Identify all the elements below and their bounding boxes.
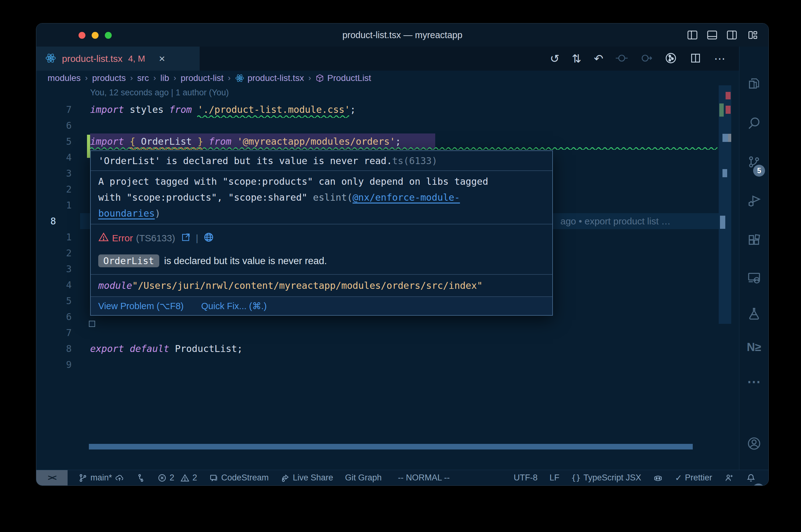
copilot-status-icon[interactable]: [653, 473, 663, 483]
warning-triangle-icon: [98, 232, 109, 245]
activity-nx-console-icon[interactable]: N≥: [739, 341, 768, 354]
horizontal-scrollbar[interactable]: [89, 444, 693, 450]
code-token: from: [209, 136, 231, 147]
code-token: [124, 136, 129, 147]
breadcrumb-item-lib[interactable]: lib: [161, 73, 169, 83]
line-number: 7: [36, 325, 72, 341]
line-number: 7: [36, 101, 72, 117]
code-token: {: [129, 136, 135, 147]
breadcrumb-label: product-list: [181, 73, 223, 83]
tab-product-list[interactable]: product-list.tsx 4, M ×: [36, 46, 200, 71]
live-share-label: Live Share: [293, 473, 333, 482]
breadcrumb-label: lib: [161, 73, 169, 83]
split-editor-icon[interactable]: [690, 52, 702, 65]
remote-indicator[interactable]: ><: [36, 470, 68, 486]
breadcrumb-item-product-list-tsx[interactable]: product-list.tsx: [235, 73, 304, 83]
ruler-thumb[interactable]: [723, 134, 728, 142]
code-token: [124, 343, 129, 354]
code-line[interactable]: export default ProductList;: [90, 341, 243, 357]
activity-explorer-icon[interactable]: [739, 77, 768, 90]
ruler-error-mark: [726, 106, 731, 114]
globe-icon[interactable]: [203, 232, 214, 245]
breadcrumb-item-modules[interactable]: modules: [48, 73, 81, 83]
code-token: [203, 136, 209, 147]
toggle-panel-icon[interactable]: [706, 29, 718, 41]
status-bar: >< main* 2 2 CodeStream Live: [36, 470, 768, 486]
breadcrumb-item-productlist[interactable]: ProductList: [315, 73, 371, 83]
activity-remote-explorer-icon[interactable]: [739, 270, 768, 285]
feedback-icon[interactable]: [724, 473, 734, 483]
language-status-item[interactable]: {} TypeScript JSX: [571, 473, 641, 482]
cloud-upload-icon: [115, 473, 124, 482]
ruler-thumb-gray: [728, 134, 731, 142]
vim-mode-indicator: -- NORMAL --: [398, 473, 450, 482]
code-token: OrderList: [135, 136, 198, 147]
titlebar: product-list.tsx — myreactapp: [36, 23, 768, 46]
notifications-bell-icon[interactable]: [746, 473, 756, 483]
line-number: 3: [36, 261, 72, 277]
overview-ruler[interactable]: [719, 86, 731, 324]
line-number: 1: [36, 229, 72, 245]
previous-change-icon[interactable]: [616, 52, 627, 65]
line-number: 3: [36, 165, 72, 181]
accounts-icon[interactable]: [739, 436, 768, 451]
live-share-status-item[interactable]: Live Share: [281, 473, 333, 482]
more-actions-icon[interactable]: ⋯: [714, 53, 725, 64]
line-number: 6: [36, 117, 72, 133]
open-docs-external-icon[interactable]: [181, 232, 191, 244]
chip-message: is declared but its value is never read.: [164, 255, 327, 267]
tab-problems-modified-badge: 4, M: [128, 54, 145, 64]
next-change-icon[interactable]: [640, 52, 652, 65]
popup-resize-grip[interactable]: [89, 321, 95, 327]
problems-status-item[interactable]: 2 2: [158, 473, 197, 482]
breadcrumb-label: products: [92, 73, 126, 83]
code-token[interactable]: boundaries: [98, 208, 155, 219]
toggle-primary-sidebar-icon[interactable]: [687, 29, 698, 41]
eol-status-item[interactable]: LF: [549, 473, 560, 482]
code-token: styles: [124, 104, 169, 115]
commit-graph-status-item[interactable]: [136, 473, 145, 482]
chevron-right-icon: ›: [174, 73, 177, 83]
activity-extensions-icon[interactable]: [739, 233, 768, 247]
toggle-secondary-sidebar-icon[interactable]: [726, 29, 738, 41]
code-token[interactable]: @nx/enforce-module-: [353, 192, 460, 203]
code-token: ;: [395, 136, 401, 147]
breadcrumb-item-src[interactable]: src: [138, 73, 149, 83]
discard-changes-icon[interactable]: ↶: [594, 53, 603, 64]
vscode-window: product-list.tsx — myreactapp: [36, 23, 769, 486]
line-number: 8: [36, 341, 72, 357]
line-number: 2: [36, 245, 72, 261]
code-token: default: [129, 343, 169, 354]
breadcrumb-item-product-list[interactable]: product-list: [181, 73, 223, 83]
code-token: eslint(: [313, 192, 352, 203]
editor[interactable]: You, 12 seconds ago | 1 author (You) 765…: [36, 86, 739, 470]
close-tab-icon[interactable]: ×: [159, 53, 165, 65]
gitlens-authors-codelens[interactable]: You, 12 seconds ago | 1 author (You): [90, 88, 229, 97]
activity-more-icon[interactable]: ⋯: [739, 374, 768, 390]
tab-bar: product-list.tsx 4, M × ↺ ⇅ ↶: [36, 46, 739, 71]
line-number: 4: [36, 149, 72, 165]
activity-testing-icon[interactable]: [739, 306, 768, 321]
compare-icon[interactable]: ⇅: [572, 53, 581, 64]
hover-module-path: module "/Users/juri/nrwl/content/myreact…: [91, 275, 552, 297]
tab-label: product-list.tsx: [62, 54, 122, 64]
customize-layout-icon[interactable]: [747, 29, 759, 41]
error-label: Error: [112, 233, 133, 244]
encoding-status-item[interactable]: UTF-8: [514, 473, 538, 482]
codestream-status-item[interactable]: CodeStream: [209, 473, 269, 482]
git-graph-view-icon[interactable]: [665, 52, 677, 65]
branch-status-item[interactable]: main*: [78, 473, 124, 482]
quick-fix-link[interactable]: Quick Fix... (⌘.): [201, 301, 267, 311]
breadcrumb-item-products[interactable]: products: [92, 73, 126, 83]
file-history-icon[interactable]: ↺: [550, 53, 560, 64]
ruler-cursor-mark: [720, 216, 725, 229]
code-token: 'OrderList' is declared but its value is…: [98, 155, 392, 166]
window-title: product-list.tsx — myreactapp: [36, 23, 768, 46]
line-number: 6: [36, 309, 72, 325]
git-graph-status-item[interactable]: Git Graph: [345, 473, 382, 482]
prettier-status-item[interactable]: ✓ Prettier: [675, 473, 712, 483]
activity-search-icon[interactable]: [739, 116, 768, 130]
code-token: [192, 104, 197, 115]
view-problem-link[interactable]: View Problem (⌥F8): [98, 301, 184, 311]
activity-run-debug-icon[interactable]: [739, 194, 768, 208]
